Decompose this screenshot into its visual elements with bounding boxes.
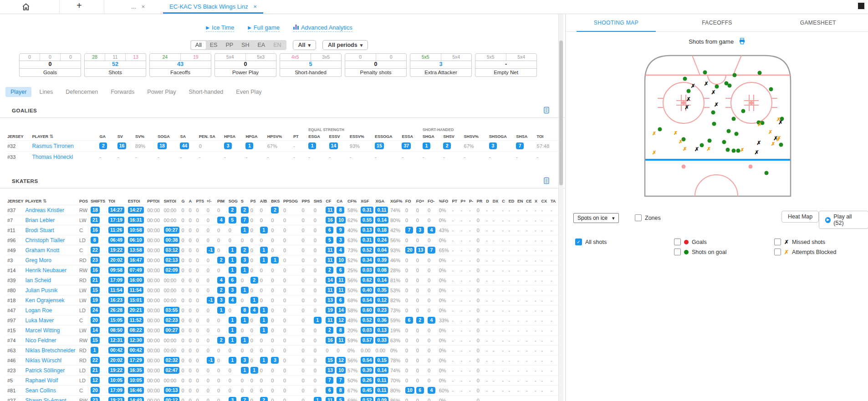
shot-marker-blocked[interactable]: ✗ [757, 122, 761, 127]
player-link[interactable]: Brodi Stuart [26, 227, 54, 233]
shot-marker-blocked[interactable]: ✗ [740, 147, 744, 152]
column-header-p-[interactable]: P+ [460, 197, 468, 205]
column-header-jersey[interactable]: JERSEY [6, 197, 25, 205]
column-header-shtoi[interactable]: SHTOI [163, 197, 181, 205]
window-control-icon[interactable] [858, 3, 864, 9]
missed-shots-checkbox[interactable] [774, 239, 781, 245]
column-header-ps[interactable]: PS [250, 197, 259, 205]
column-header-xga[interactable]: XGA [374, 197, 389, 205]
player-link[interactable]: Greg Moro [26, 257, 51, 264]
column-header-cx[interactable]: CX [540, 197, 550, 205]
column-header-essv-[interactable]: ESSV% [349, 132, 374, 141]
shot-marker-missed[interactable]: ✗ [755, 150, 759, 155]
column-header-sa[interactable]: SA [179, 132, 198, 141]
column-header-sog[interactable]: SOG [228, 197, 240, 205]
shot-marker-missed[interactable]: ✗ [714, 102, 719, 107]
column-header-essv[interactable]: ESSV [328, 132, 349, 141]
shot-marker-missed[interactable]: ✗ [711, 90, 716, 95]
player-link[interactable]: Christoph Tialler [26, 237, 65, 244]
shot-marker-missed[interactable]: ✗ [684, 105, 689, 110]
column-header--fo[interactable]: %FO [438, 197, 451, 205]
column-header-shsa[interactable]: SHSA [515, 132, 536, 141]
column-header-sv-[interactable]: SV% [134, 132, 157, 141]
column-header-shga[interactable]: SHGA [422, 132, 442, 141]
column-header-shsv-[interactable]: SHSV% [463, 132, 488, 141]
period-filter-select[interactable]: All periods ▾ [322, 40, 368, 50]
summary-label[interactable]: Extra Attacker [410, 69, 472, 77]
column-header-hpsa[interactable]: HPSA [223, 132, 245, 141]
summary-label[interactable]: Empty Net [475, 69, 537, 77]
column-header-soga[interactable]: SOGA [157, 132, 179, 141]
tab-even-play[interactable]: Even Play [231, 87, 266, 97]
close-icon[interactable]: × [253, 3, 257, 10]
shot-marker-missed[interactable]: ✗ [686, 96, 691, 102]
shot-marker-shot-on-goal[interactable] [707, 138, 711, 142]
player-link[interactable]: Sean Collins [26, 387, 56, 394]
column-header-ta[interactable]: TA [550, 197, 558, 205]
shot-marker-shot-on-goal[interactable] [683, 76, 687, 81]
column-header-c[interactable]: C [501, 197, 508, 205]
column-header-toi[interactable]: TOI [107, 197, 127, 205]
summary-label[interactable]: Goals [19, 69, 81, 77]
notebook-icon[interactable] [543, 177, 550, 184]
link-full-game[interactable]: ▶Full game [248, 24, 280, 32]
column-header-fo-[interactable]: FO+ [415, 197, 427, 205]
shot-marker-blocked[interactable]: ✗ [771, 141, 775, 146]
shot-marker-shot-on-goal[interactable] [735, 132, 739, 136]
shot-marker-shot-on-goal[interactable] [733, 73, 737, 77]
column-header--[interactable]: +/- [206, 197, 216, 205]
sort-icon[interactable]: ⇅ [50, 134, 53, 139]
column-header-sv[interactable]: SV [117, 132, 134, 141]
player-link[interactable]: Julian Pusnik [26, 287, 58, 294]
shot-marker-shot-on-goal[interactable] [658, 127, 662, 132]
shot-marker-shot-on-goal[interactable] [764, 171, 768, 175]
active-tab[interactable]: EC-KAC VS Black Wings Linz × [169, 0, 257, 14]
shot-marker-missed[interactable]: ✗ [694, 147, 699, 152]
player-link[interactable]: Niklas Bretschneider [26, 347, 76, 354]
column-header-s[interactable]: S [240, 197, 250, 205]
player-link[interactable]: Rasmus Tirronen [32, 143, 73, 149]
link-advanced-analytics[interactable]: Advanced Analytics [293, 24, 352, 32]
column-header-shsoga[interactable]: SHSOGA [488, 132, 515, 141]
summary-label[interactable]: Short-handed [280, 69, 342, 77]
shot-marker-shot-on-goal[interactable] [731, 117, 735, 121]
home-icon[interactable] [22, 3, 30, 11]
column-header-pps[interactable]: PPS [301, 197, 312, 205]
column-header-jersey[interactable]: JERSEY [6, 132, 31, 141]
tab-player[interactable]: Player [5, 87, 31, 97]
column-header-player[interactable]: PLAYER⇅ [25, 197, 78, 205]
strength-option-es[interactable]: ES [206, 41, 222, 49]
player-link[interactable]: Luka Maver [26, 317, 54, 324]
player-link[interactable]: Logan Roe [26, 307, 52, 314]
column-header-x[interactable]: X [534, 197, 540, 205]
heat-map-button[interactable]: Heat Map [781, 211, 819, 223]
shot-marker-missed[interactable]: ✗ [756, 140, 761, 146]
goals-checkbox[interactable] [674, 239, 681, 245]
column-header-pts[interactable]: PTS [195, 197, 205, 205]
strength-option-all[interactable]: All [191, 41, 206, 49]
vertical-scrollbar[interactable] [558, 14, 563, 401]
column-header-en[interactable]: EN [516, 197, 525, 205]
shot-marker-shot-on-goal[interactable] [758, 71, 762, 75]
shot-marker-shot-on-goal[interactable] [712, 122, 716, 126]
summary-label[interactable]: Power Play [214, 69, 276, 77]
shot-marker-shot-on-goal[interactable] [736, 148, 740, 152]
shot-marker-blocked[interactable]: ✗ [776, 137, 780, 142]
column-header-pen-sa[interactable]: PEN. SA [198, 132, 223, 141]
shot-marker-shot-on-goal[interactable] [731, 148, 735, 152]
summary-label[interactable]: Shots [84, 69, 146, 77]
shot-marker-blocked[interactable]: ✗ [674, 130, 678, 135]
column-header-cf-[interactable]: CF% [347, 197, 360, 205]
column-header-pptoi[interactable]: PPTOI [146, 197, 163, 205]
zones-checkbox[interactable] [635, 214, 642, 221]
tab-forwards[interactable]: Forwards [106, 87, 139, 97]
player-link[interactable]: Nico Feldner [26, 337, 56, 344]
column-header-shsv[interactable]: SHSV [442, 132, 463, 141]
tab-short-handed[interactable]: Short-handed [184, 87, 229, 97]
column-header-shs[interactable]: SHS [313, 197, 325, 205]
player-link[interactable]: Marcel Witting [26, 327, 60, 334]
column-header-p-[interactable]: P- [468, 197, 476, 205]
shot-marker-shot-on-goal[interactable] [727, 83, 731, 87]
shot-marker-missed[interactable]: ✗ [691, 83, 695, 89]
column-header-pt[interactable]: PT [451, 197, 460, 205]
